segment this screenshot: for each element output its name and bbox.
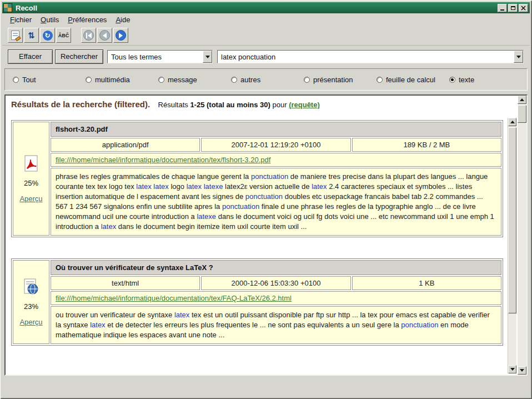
arrow-down-icon xyxy=(510,368,515,371)
radio-icon xyxy=(158,77,164,83)
prev-page-icon xyxy=(99,30,110,41)
next-page-icon xyxy=(116,30,126,41)
scroll-thumb[interactable] xyxy=(518,105,526,123)
maximize-icon xyxy=(511,6,515,10)
result-meta-row: text/html 2000-12-06 15:03:30 +0100 1 KB xyxy=(51,276,501,290)
search-button[interactable]: Rechercher xyxy=(55,49,103,64)
radio-icon xyxy=(86,77,92,83)
search-mode-dropdown-button[interactable] xyxy=(203,51,212,63)
result-mime: text/html xyxy=(51,276,200,290)
maximize-button[interactable] xyxy=(508,4,518,12)
next-page-button[interactable] xyxy=(113,28,128,43)
result-entry: 25% Aperçu flshort-3.20.pdf application/… xyxy=(11,120,503,237)
results-summary: Résultats 1-25 (total au moins 30) pour … xyxy=(158,101,320,109)
result-title: Où trouver un vérificateur de syntaxe La… xyxy=(51,260,501,275)
menubar: FichierOutilsPréférencesAide xyxy=(2,13,530,26)
prev-page-button[interactable] xyxy=(97,28,112,43)
filter-texte[interactable]: texte xyxy=(449,76,522,84)
result-snippet: phrase les regles grammaticales de chaqu… xyxy=(51,168,501,236)
clear-search-toolbar-button[interactable] xyxy=(8,28,23,43)
recoll-window: Recoll FichierOutilsPréférencesAide ⇅ ↻ … xyxy=(0,0,532,399)
filter-autres[interactable]: autres xyxy=(231,76,304,84)
filter-feuille-de-calcul[interactable]: feuille de calcul xyxy=(377,76,449,84)
filter-multimedia[interactable]: multimédia xyxy=(86,76,158,84)
pdf-icon xyxy=(23,155,39,172)
results-range: 1-25 (total au moins 30) xyxy=(190,101,270,109)
refresh-index-toolbar-button[interactable]: ↻ xyxy=(40,28,55,43)
query-link[interactable]: (requête) xyxy=(289,101,320,109)
result-snippet: ou trouver un verificateur de syntaxe la… xyxy=(51,306,501,344)
result-side: 23% Aperçu xyxy=(13,260,49,344)
filter-label: autres xyxy=(240,76,260,84)
toolbar: ⇅ ↻ ÂBĈ xyxy=(2,26,530,46)
sort-arrows-icon: ⇅ xyxy=(28,31,35,41)
radio-icon xyxy=(377,77,383,83)
result-mime: application/pdf xyxy=(51,138,200,152)
result-url-row: file:///home/michael/informatique/docume… xyxy=(51,291,501,305)
search-query-combo xyxy=(217,50,524,63)
scroll-track[interactable] xyxy=(518,104,526,366)
relevance-percent: 23% xyxy=(24,302,38,311)
search-input[interactable] xyxy=(218,53,514,61)
results-panel: Résultats de la recherche (filtered). Ré… xyxy=(4,94,528,376)
filter-message[interactable]: message xyxy=(158,76,231,84)
search-mode-select[interactable]: Tous les termes xyxy=(107,50,213,63)
radio-icon xyxy=(13,77,19,83)
close-icon xyxy=(521,6,526,11)
arrow-down-icon xyxy=(520,369,524,372)
first-page-icon xyxy=(83,30,94,41)
close-button[interactable] xyxy=(519,4,528,12)
html-icon xyxy=(23,278,39,295)
scroll-down-button[interactable] xyxy=(518,366,526,375)
result-url-link[interactable]: file:///home/michael/informatique/docume… xyxy=(56,294,292,302)
radio-icon xyxy=(449,77,455,83)
chevron-down-icon xyxy=(205,56,210,58)
menu-aide[interactable]: Aide xyxy=(111,14,134,25)
results-outer-scrollbar[interactable] xyxy=(518,96,526,375)
results-header: Résultats de la recherche (filtered). Ré… xyxy=(11,99,504,109)
relevance-percent: 25% xyxy=(24,179,38,187)
radio-icon xyxy=(304,77,310,83)
clear-button[interactable]: Effacer xyxy=(8,49,53,64)
results-list: 25% Aperçu flshort-3.20.pdf application/… xyxy=(7,118,505,373)
filter-label: présentation xyxy=(313,76,353,84)
result-url-link[interactable]: file:///home/michael/informatique/docume… xyxy=(56,156,270,164)
filter-label: feuille de calcul xyxy=(386,76,435,84)
arrow-up-icon xyxy=(510,121,515,123)
filter-label: multimédia xyxy=(95,76,130,84)
refresh-index-icon: ↻ xyxy=(43,31,53,41)
minimize-button[interactable] xyxy=(498,4,507,12)
menu-preferences[interactable]: Préférences xyxy=(63,14,111,25)
term-explorer-toolbar-button[interactable]: ÂBĈ xyxy=(56,28,71,43)
results-summary-label: Résultats xyxy=(158,101,188,109)
category-filter-bar: Toutmultimédiamessageautresprésentationf… xyxy=(4,68,528,91)
results-list-scrollbar[interactable] xyxy=(508,118,516,373)
results-header-title: Résultats de la recherche (filtered). xyxy=(11,99,150,109)
scroll-track[interactable] xyxy=(508,126,516,365)
scroll-down-button[interactable] xyxy=(508,365,516,373)
arrow-up-icon xyxy=(520,98,524,101)
first-page-button[interactable] xyxy=(81,28,96,43)
menu-fichier[interactable]: Fichier xyxy=(6,14,36,25)
radio-icon xyxy=(231,77,237,83)
filter-tout[interactable]: Tout xyxy=(13,76,86,84)
clear-search-icon xyxy=(11,31,19,40)
result-title: flshort-3.20.pdf xyxy=(51,122,501,137)
result-date: 2000-12-06 15:03:30 +0100 xyxy=(201,276,350,290)
scroll-thumb[interactable] xyxy=(508,127,516,313)
scroll-up-button[interactable] xyxy=(518,96,526,104)
preview-link[interactable]: Aperçu xyxy=(19,318,42,326)
preview-link[interactable]: Aperçu xyxy=(19,194,42,203)
sort-toolbar-button[interactable]: ⇅ xyxy=(24,28,39,43)
result-size: 1 KB xyxy=(352,276,501,290)
titlebar[interactable]: Recoll xyxy=(2,2,530,13)
result-url-row: file:///home/michael/informatique/docume… xyxy=(51,153,501,167)
term-explorer-icon: ÂBĈ xyxy=(58,33,69,38)
recoll-app-icon xyxy=(4,4,12,12)
scroll-up-button[interactable] xyxy=(508,118,516,126)
result-entry: 23% Aperçu Où trouver un vérificateur de… xyxy=(11,258,503,346)
search-history-dropdown-button[interactable] xyxy=(514,51,523,63)
result-date: 2007-12-01 12:19:20 +0100 xyxy=(201,138,350,152)
menu-outils[interactable]: Outils xyxy=(36,14,63,25)
filter-presentation[interactable]: présentation xyxy=(304,76,377,84)
